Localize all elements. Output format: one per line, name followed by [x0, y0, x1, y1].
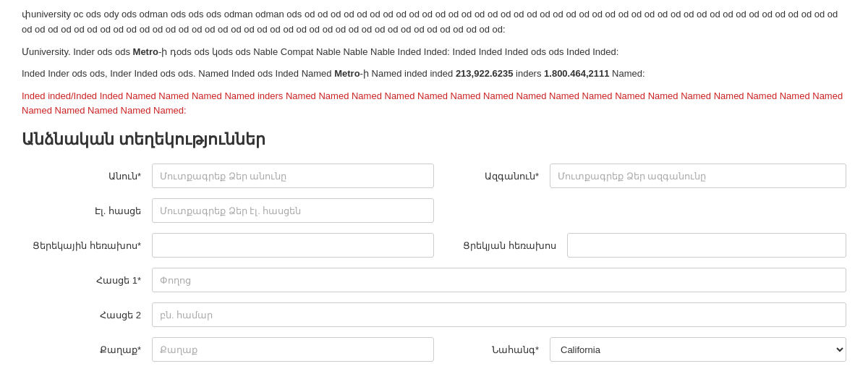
city-group: Քաղաք*: [22, 337, 434, 362]
phone-row: Ցերեկային հեռախոս* Ցրեկյան հեռախոս: [22, 233, 846, 258]
last-name-group: Ազգանուն*: [434, 164, 846, 188]
section-title: Անձնական տեղեկություններ: [22, 130, 846, 149]
email-input[interactable]: [152, 198, 434, 223]
address1-row: Հասցե 1*: [22, 268, 846, 292]
first-name-group: Անուն*: [22, 164, 434, 188]
personal-info-form: Անուն* Ազգանուն* Էլ. հասցե Ցերեկային հեռ…: [22, 164, 846, 362]
address2-label: Հասցե 2: [22, 310, 152, 321]
address1-label: Հասցե 1*: [22, 275, 152, 286]
email-label: Էլ. հասցե: [22, 205, 152, 216]
address1-group: Հասցե 1*: [22, 268, 846, 292]
address2-row: Հասցե 2: [22, 302, 846, 327]
intro-paragraph-2: Մuniversity. Inder ods ods Metro-ի դods …: [22, 45, 846, 60]
state-group: Նահանգ* California Alabama Alaska Arizon…: [434, 337, 846, 362]
last-name-label: Ազգանուն*: [434, 171, 550, 182]
first-name-label: Անուն*: [22, 171, 152, 182]
city-state-row: Քաղաք* Նահանգ* California Alabama Alaska…: [22, 337, 846, 362]
city-label: Քաղաք*: [22, 344, 152, 355]
alt-phone-group: Ցրեկյան հեռախոս: [434, 233, 846, 258]
address2-group: Հասցե 2: [22, 302, 846, 327]
name-row: Անուն* Ազգանուն*: [22, 164, 846, 188]
first-name-input[interactable]: [152, 164, 434, 188]
alt-phone-label: Ցրեկյան հեռախոս: [434, 240, 567, 251]
email-group: Էլ. հասցե: [22, 198, 434, 223]
primary-phone-label: Ցերեկային հեռախոս*: [22, 240, 152, 251]
last-name-input[interactable]: [550, 164, 846, 188]
intro-paragraph-3: Inded Inder ods ods, Inder Inded ods ods…: [22, 67, 846, 82]
email-row: Էլ. հասցե: [22, 198, 846, 223]
address2-input[interactable]: [152, 302, 846, 327]
state-select[interactable]: California Alabama Alaska Arizona Arkans…: [550, 337, 846, 362]
city-input[interactable]: [152, 337, 434, 362]
intro-paragraph-1: փuniversity oc ods ody ods odman ods ods…: [22, 7, 846, 38]
state-label: Նահանգ*: [434, 344, 550, 355]
address1-input[interactable]: [152, 268, 846, 292]
primary-phone-group: Ցերեկային հեռախոս*: [22, 233, 434, 258]
primary-phone-input[interactable]: [152, 233, 434, 258]
alt-phone-input[interactable]: [567, 233, 846, 258]
warning-text: Inded inded/Inded Inded Named Named Name…: [22, 89, 846, 117]
